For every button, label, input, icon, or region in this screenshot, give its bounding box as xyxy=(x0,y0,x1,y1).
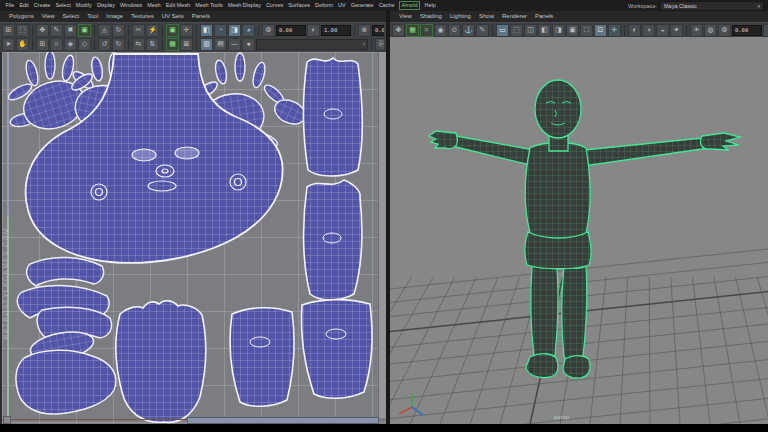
uv-menu-textures[interactable]: Textures xyxy=(127,11,158,22)
vp-menu-renderer[interactable]: Renderer xyxy=(498,11,531,22)
make-live-icon[interactable]: ⚓ xyxy=(462,24,475,37)
menu-uv[interactable]: UV xyxy=(336,0,349,11)
grid-toggle-icon[interactable]: ▦ xyxy=(166,38,179,51)
shell-border-icon[interactable]: ⊠ xyxy=(180,38,193,51)
gamma-field[interactable]: 1.00 xyxy=(321,25,351,36)
pencil-icon[interactable]: ✎ xyxy=(476,24,489,37)
shaded-uv-icon[interactable]: ◨ xyxy=(228,24,241,37)
delete-uv-icon[interactable]: ✖ xyxy=(64,24,77,37)
sew-uv-icon[interactable]: ⚡ xyxy=(146,24,159,37)
uv-menu-tool[interactable]: Tool xyxy=(83,11,102,22)
uv-shell-lower-limb[interactable] xyxy=(304,180,362,300)
flip-v-icon[interactable]: ⇅ xyxy=(146,38,159,51)
texture-view-icon[interactable]: ◔ xyxy=(214,24,227,37)
film-gate-icon[interactable]: ◨ xyxy=(552,24,565,37)
display-rgb-icon[interactable]: ● xyxy=(242,38,255,51)
checker-map-icon[interactable]: ◧ xyxy=(200,24,213,37)
uv-canvas[interactable]: RETROSTYLEGAMES.COM xyxy=(0,52,386,424)
menu-deform[interactable]: Deform xyxy=(313,0,336,11)
character-mesh[interactable] xyxy=(390,37,768,424)
unfold-uv-icon[interactable]: ▣ xyxy=(166,24,179,37)
soft-select-field[interactable]: 0.000 xyxy=(372,25,384,36)
vp-menu-show[interactable]: Show xyxy=(475,11,498,22)
menu-surfaces[interactable]: Surfaces xyxy=(286,0,313,11)
view-grid-icon[interactable]: ▤ xyxy=(214,38,227,51)
edge-select-icon[interactable]: ◇ xyxy=(78,38,91,51)
vp-menu-view[interactable]: View xyxy=(395,11,416,22)
uv-shell-boot-parts[interactable] xyxy=(16,257,116,414)
menu-windows[interactable]: Windows xyxy=(117,0,144,11)
baked-texture-icon[interactable]: — xyxy=(228,38,241,51)
uv-vertical-scrollbar[interactable] xyxy=(378,52,386,418)
paint-uv-icon[interactable]: ✎ xyxy=(50,24,63,37)
pixel-snap-icon[interactable]: ⌗ xyxy=(50,38,63,51)
menu-curves[interactable]: Curves xyxy=(263,0,285,11)
textured-mode-icon[interactable]: ◒ xyxy=(656,24,669,37)
exposure-field[interactable]: 0.00 xyxy=(276,25,306,36)
shell-select-icon[interactable]: ◈ xyxy=(64,38,77,51)
grab-uv-icon[interactable]: ✋ xyxy=(16,38,29,51)
flip-u-icon[interactable]: ⇆ xyxy=(132,38,145,51)
rotate-cw-icon[interactable]: ↻ xyxy=(112,38,125,51)
uv-menu-polygons[interactable]: Polygons xyxy=(5,11,38,22)
menu-generate[interactable]: Generate xyxy=(348,0,376,11)
move-uv-shell-icon[interactable]: ⬚ xyxy=(16,24,29,37)
exposure-gear-icon[interactable]: ⚙ xyxy=(718,24,731,37)
uv-menu-panels[interactable]: Panels xyxy=(188,11,214,22)
snap-grid-icon[interactable]: ▦ xyxy=(406,24,419,37)
straighten-uv-icon[interactable]: ✛ xyxy=(180,24,193,37)
vp-menu-panels[interactable]: Panels xyxy=(531,11,557,22)
menu-modify[interactable]: Modify xyxy=(73,0,94,11)
uv-lattice-icon[interactable]: ⊞ xyxy=(2,24,15,37)
contrast-icon[interactable]: ◖ xyxy=(763,24,768,37)
grid-display-icon[interactable]: ◧ xyxy=(538,24,551,37)
menu-edit[interactable]: Edit xyxy=(17,0,31,11)
exposure-icon[interactable]: ⚙ xyxy=(262,24,275,37)
camera-attrs-icon[interactable]: ▭ xyxy=(496,24,509,37)
pick-uv-icon[interactable]: ➤ xyxy=(2,38,15,51)
uv-shell-upper-limb[interactable] xyxy=(303,58,362,176)
menu-mesh[interactable]: Mesh xyxy=(145,0,163,11)
symmetrize-uv-icon[interactable]: ▣ xyxy=(78,24,91,37)
resolution-gate-icon[interactable]: ▣ xyxy=(566,24,579,37)
isolate-select-icon[interactable]: ⊛ xyxy=(358,24,371,37)
uv-shell-pant-right[interactable] xyxy=(302,300,373,399)
flip-uv-icon[interactable]: ◬ xyxy=(98,24,111,37)
distortion-view-icon[interactable]: ◕ xyxy=(242,24,255,37)
wireframe-mode-icon[interactable]: ◐ xyxy=(628,24,641,37)
texture-channel-dropdown[interactable] xyxy=(256,39,368,50)
menu-mesh-display[interactable]: Mesh Display xyxy=(225,0,263,11)
workspace-dropdown[interactable]: Maya Classic ▾ xyxy=(660,1,764,11)
copy-uv-icon[interactable]: ⎘ xyxy=(375,38,384,51)
viewport-exposure-field[interactable]: 0.00 xyxy=(732,25,762,36)
snap-curve-icon[interactable]: ⌗ xyxy=(420,24,433,37)
rotate-uv-icon[interactable]: ↻ xyxy=(112,24,125,37)
menu-select[interactable]: Select xyxy=(53,0,73,11)
grid-snap-icon[interactable]: ⊞ xyxy=(36,38,49,51)
snap-point-icon[interactable]: ◉ xyxy=(434,24,447,37)
menu-arnold[interactable]: Arnold xyxy=(399,1,420,10)
uv-horizontal-scrollbar[interactable] xyxy=(187,417,379,424)
vp-menu-lighting[interactable]: Lighting xyxy=(446,11,475,22)
safe-action-icon[interactable]: ✛ xyxy=(608,24,621,37)
rotate-ccw-icon[interactable]: ↺ xyxy=(98,38,111,51)
gamma-icon[interactable]: ◐ xyxy=(307,24,320,37)
uv-shell-pant-left[interactable] xyxy=(230,308,294,407)
menu-mesh-tools[interactable]: Mesh Tools xyxy=(193,0,226,11)
viewport-select-icon[interactable]: ✥ xyxy=(392,24,405,37)
menu-create[interactable]: Create xyxy=(31,0,53,11)
move-uv-icon[interactable]: ✥ xyxy=(36,24,49,37)
menu-help[interactable]: Help xyxy=(422,0,438,11)
vp-menu-shading[interactable]: Shading xyxy=(416,11,446,22)
menu-edit-mesh[interactable]: Edit Mesh xyxy=(163,0,192,11)
field-chart-icon[interactable]: ⊡ xyxy=(594,24,607,37)
panel-divider[interactable] xyxy=(386,11,390,424)
ambient-occlusion-icon[interactable]: ◍ xyxy=(704,24,717,37)
uv-shell-torso[interactable] xyxy=(116,301,206,423)
dim-image-icon[interactable]: ▥ xyxy=(200,38,213,51)
menu-file[interactable]: File xyxy=(3,0,17,11)
uv-menu-view[interactable]: View xyxy=(38,11,59,22)
menu-display[interactable]: Display xyxy=(94,0,117,11)
image-plane-icon[interactable]: ◫ xyxy=(524,24,537,37)
uv-menu-select[interactable]: Select xyxy=(59,11,84,22)
